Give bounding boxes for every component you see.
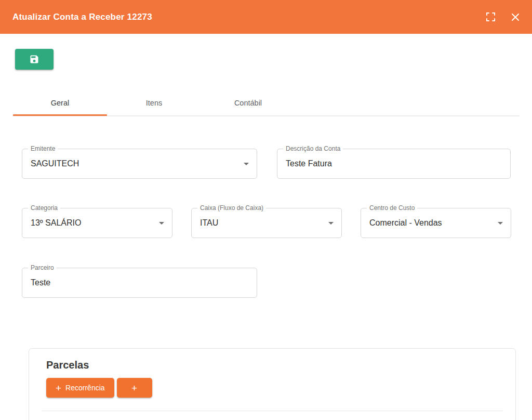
tab-itens[interactable]: Itens xyxy=(107,90,201,115)
caixa-fluxo-de-caixa-select[interactable]: Caixa (Fluxo de Caixa) ITAU xyxy=(191,208,342,238)
modal-title: Atualizar Conta a Receber 12273 xyxy=(12,12,152,22)
chevron-down-icon xyxy=(244,163,249,165)
floppy-disk-icon xyxy=(29,54,39,64)
emitente-label: Emitente xyxy=(28,145,58,152)
add-recorrencia-button[interactable]: + Recorrência xyxy=(46,378,114,398)
modal-header: Atualizar Conta a Receber 12273 xyxy=(0,0,532,34)
caixa-value: ITAU xyxy=(200,218,218,228)
tab-geral[interactable]: Geral xyxy=(13,90,107,115)
parceiro-value: Teste xyxy=(31,278,50,287)
centro-de-custo-select[interactable]: Centro de Custo Comercial - Vendas xyxy=(361,208,511,238)
save-button[interactable] xyxy=(15,49,54,70)
descricao-label: Descrição da Conta xyxy=(283,145,343,152)
categoria-value: 13º SALÁRIO xyxy=(31,218,81,228)
descricao-da-conta-input[interactable]: Descrição da Conta Teste Fatura xyxy=(277,149,511,179)
emitente-value: SAGUITECH xyxy=(31,159,79,168)
chevron-down-icon xyxy=(159,222,164,225)
parcelas-title: Parcelas xyxy=(46,359,89,371)
categoria-select[interactable]: Categoria 13º SALÁRIO xyxy=(22,208,172,238)
close-button[interactable] xyxy=(510,12,521,22)
chevron-down-icon xyxy=(498,222,503,225)
tab-contabil[interactable]: Contábil xyxy=(201,90,295,115)
header-actions xyxy=(485,0,521,34)
close-icon xyxy=(511,13,520,21)
parceiro-input[interactable]: Parceiro Teste xyxy=(22,268,257,298)
descricao-value: Teste Fatura xyxy=(286,159,332,168)
plus-icon: + xyxy=(56,383,61,393)
fullscreen-button[interactable] xyxy=(485,12,496,22)
parcelas-actions: + Recorrência + xyxy=(46,378,152,398)
parcelas-card: Parcelas + Recorrência + xyxy=(29,348,516,420)
centro-de-custo-label: Centro de Custo xyxy=(367,204,417,212)
categoria-label: Categoria xyxy=(28,204,60,212)
caixa-label: Caixa (Fluxo de Caixa) xyxy=(197,204,266,212)
add-recorrencia-label: Recorrência xyxy=(65,384,104,392)
active-tab-indicator xyxy=(13,114,107,116)
chevron-down-icon xyxy=(328,222,334,225)
tab-bar: Geral Itens Contábil xyxy=(13,90,295,115)
emitente-select[interactable]: Emitente SAGUITECH xyxy=(22,149,257,179)
fullscreen-icon xyxy=(486,12,495,21)
parceiro-label: Parceiro xyxy=(28,264,57,271)
centro-de-custo-value: Comercial - Vendas xyxy=(369,218,442,228)
add-parcela-button[interactable]: + xyxy=(117,378,152,398)
plus-icon: + xyxy=(131,383,137,393)
parcelas-divider xyxy=(42,411,503,411)
